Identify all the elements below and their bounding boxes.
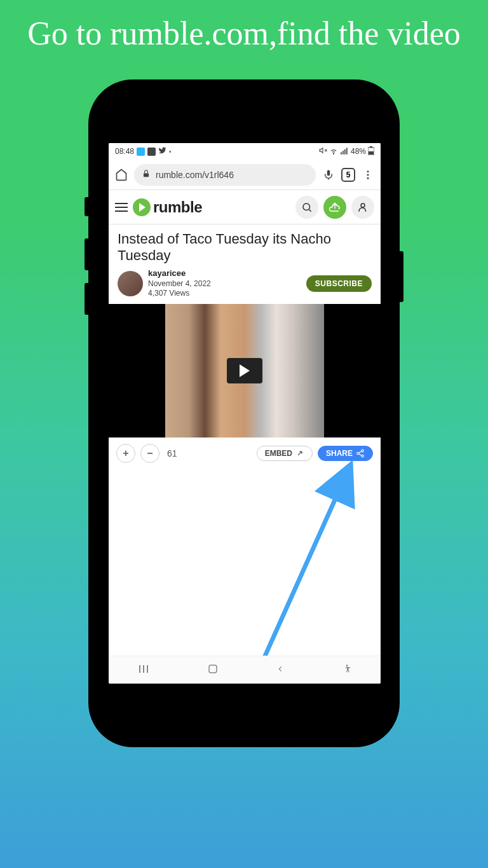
- svg-line-24: [261, 480, 344, 665]
- video-views: 4,307 Views: [148, 289, 211, 299]
- channel-name[interactable]: kayaricee: [148, 268, 211, 279]
- search-button[interactable]: [295, 196, 318, 219]
- home-nav-icon[interactable]: [207, 663, 219, 677]
- svg-point-19: [357, 452, 360, 455]
- svg-rect-6: [346, 148, 348, 155]
- menu-icon[interactable]: [115, 203, 128, 212]
- tabs-button[interactable]: 5: [341, 168, 355, 182]
- profile-button[interactable]: [351, 196, 374, 219]
- phone-button-volume-up: [85, 238, 88, 270]
- android-nav-bar: [109, 656, 381, 684]
- back-nav-icon[interactable]: [276, 665, 285, 676]
- signal-icon: [340, 146, 349, 157]
- notification-app-icon: [137, 148, 145, 156]
- phone-frame: 08:48 • 48%: [88, 79, 400, 747]
- embed-button[interactable]: EMBED: [257, 446, 313, 461]
- phone-screen: 08:48 • 48%: [109, 143, 381, 684]
- notification-gallery-icon: [147, 148, 156, 156]
- svg-point-2: [333, 153, 334, 154]
- play-icon[interactable]: [227, 358, 262, 383]
- accessibility-icon[interactable]: [342, 664, 352, 677]
- svg-line-16: [309, 209, 311, 211]
- action-bar: + − 61 EMBED SHARE: [109, 437, 381, 469]
- phone-button-power: [85, 197, 88, 216]
- svg-rect-10: [144, 173, 149, 177]
- svg-rect-3: [341, 152, 342, 155]
- svg-rect-5: [344, 149, 346, 154]
- battery-text: 48%: [351, 147, 366, 156]
- rumble-logo[interactable]: rumble: [133, 198, 202, 216]
- phone-button-volume-down: [85, 283, 88, 315]
- url-text: rumble.com/v1rl646: [156, 170, 234, 180]
- svg-point-12: [367, 170, 369, 172]
- svg-rect-4: [342, 151, 344, 155]
- share-button[interactable]: SHARE: [318, 446, 373, 461]
- phone-button-side: [400, 251, 403, 302]
- svg-rect-9: [369, 151, 374, 155]
- site-header: rumble: [109, 190, 381, 224]
- recent-apps-icon[interactable]: [137, 664, 150, 677]
- svg-point-13: [367, 174, 369, 176]
- svg-point-20: [362, 455, 364, 457]
- svg-point-18: [362, 450, 364, 452]
- svg-point-29: [346, 665, 348, 666]
- url-bar[interactable]: rumble.com/v1rl646: [134, 164, 316, 186]
- embed-label: EMBED: [265, 449, 292, 458]
- notification-dot-icon: •: [169, 148, 172, 155]
- battery-icon: [368, 146, 374, 157]
- instruction-text: Go to rumble.com,find the video: [0, 0, 488, 54]
- status-time: 08:48: [115, 147, 134, 156]
- video-title: Instead of Taco Tuesday its Nacho Tuesda…: [118, 231, 372, 265]
- mute-icon: [319, 146, 327, 156]
- svg-line-21: [359, 454, 362, 455]
- upvote-button[interactable]: +: [116, 444, 135, 463]
- svg-rect-28: [209, 665, 217, 673]
- notification-twitter-icon: [158, 146, 166, 156]
- wifi-icon: [329, 146, 338, 157]
- share-label: SHARE: [326, 449, 353, 458]
- downvote-button[interactable]: −: [140, 444, 159, 463]
- home-icon[interactable]: [114, 167, 129, 183]
- svg-rect-11: [327, 170, 330, 176]
- rumble-play-icon: [133, 198, 151, 216]
- lock-icon: [142, 169, 151, 180]
- rumble-brand-text: rumble: [153, 198, 202, 216]
- svg-point-17: [361, 203, 365, 207]
- browser-toolbar: rumble.com/v1rl646 5: [109, 160, 381, 190]
- video-info: Instead of Taco Tuesday its Nacho Tuesda…: [109, 224, 381, 304]
- channel-meta: kayaricee November 4, 2022 4,307 Views: [148, 268, 211, 299]
- svg-point-14: [367, 177, 369, 179]
- mic-icon[interactable]: [321, 167, 336, 183]
- video-player[interactable]: [109, 304, 381, 437]
- svg-line-22: [359, 451, 362, 453]
- upload-button[interactable]: [323, 196, 346, 219]
- subscribe-button[interactable]: SUBSCRIBE: [306, 275, 372, 292]
- channel-avatar[interactable]: [118, 271, 143, 296]
- more-icon[interactable]: [360, 167, 376, 183]
- vote-count: 61: [167, 448, 177, 458]
- video-date: November 4, 2022: [148, 279, 211, 289]
- status-bar: 08:48 • 48%: [109, 143, 381, 160]
- svg-point-15: [303, 203, 310, 210]
